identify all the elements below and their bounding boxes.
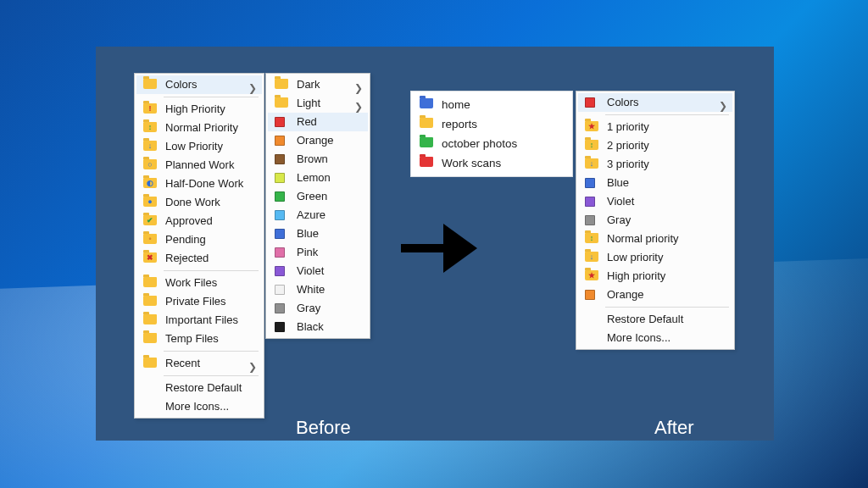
- before.main-item[interactable]: ↓Low Priority: [136, 137, 262, 156]
- folder-list-item[interactable]: Work scans: [413, 153, 570, 173]
- folder-icon: ★: [585, 270, 598, 280]
- menu-item-label: Work Files: [165, 276, 217, 289]
- before.main-item[interactable]: Colors❯: [136, 75, 262, 94]
- menu-item-label: 3 priority: [607, 158, 649, 170]
- folder-list-item[interactable]: october photos: [413, 134, 570, 153]
- before.main-item[interactable]: Restore Default: [136, 379, 262, 397]
- before.submenu-item[interactable]: Orange: [268, 131, 368, 150]
- folder-name-label: Work scans: [442, 157, 501, 169]
- before.submenu-item[interactable]: Black: [268, 318, 368, 336]
- before.submenu-item[interactable]: Brown: [268, 150, 368, 169]
- before.submenu-item[interactable]: Lemon: [268, 169, 368, 187]
- after.menu-item[interactable]: Orange: [578, 286, 732, 304]
- before.submenu-item[interactable]: Light❯: [268, 94, 368, 113]
- folder-mark-icon: ✔: [147, 217, 153, 224]
- folder-list-item[interactable]: home: [413, 95, 570, 114]
- folder-icon: [143, 333, 157, 343]
- folder-mark-icon: ↓: [147, 142, 153, 149]
- folder-icon: ✔: [143, 215, 157, 225]
- folder-icon: [420, 118, 433, 128]
- menu-item-label: Planned Work: [165, 158, 234, 171]
- before.submenu-item[interactable]: Green: [268, 187, 368, 206]
- before.submenu-item[interactable]: Pink: [268, 243, 368, 262]
- folder-mark-icon: ★: [588, 123, 595, 130]
- before.main-item[interactable]: ○Planned Work: [136, 156, 262, 175]
- before.submenu-item[interactable]: Azure: [268, 206, 368, 225]
- chevron-right-icon: ❯: [719, 97, 727, 115]
- color-swatch-icon: [275, 117, 285, 127]
- before.main-item[interactable]: Recent❯: [136, 354, 262, 373]
- menu-item-label: Private Files: [165, 295, 226, 308]
- folder-mark-icon: ↕: [147, 124, 153, 130]
- before.main-item[interactable]: !High Priority: [136, 100, 262, 119]
- menu-item-label: Gray: [607, 214, 631, 226]
- before.submenu-item[interactable]: White: [268, 280, 368, 299]
- menu-item-label: Gray: [297, 302, 320, 314]
- after.menu-item[interactable]: Blue: [578, 174, 732, 192]
- color-swatch-icon: [585, 215, 595, 225]
- after-folder-list: homereportsoctober photosWork scans: [410, 91, 573, 177]
- after.menu-item[interactable]: Restore Default: [578, 310, 732, 329]
- after.menu-item[interactable]: ↓3 priority: [578, 155, 732, 174]
- before.main-item[interactable]: ✔Approved: [136, 212, 262, 230]
- menu-item-label: Lemon: [297, 171, 331, 184]
- after.menu-item[interactable]: Colors❯: [578, 93, 732, 112]
- color-swatch-icon: [275, 285, 285, 295]
- folder-icon: !: [143, 103, 157, 114]
- menu-item-label: Rejected: [165, 252, 209, 264]
- before.main-item[interactable]: ↕Normal Priority: [136, 119, 262, 137]
- menu-item-label: Blue: [607, 176, 629, 189]
- chevron-right-icon: ❯: [248, 358, 257, 376]
- before.submenu-item[interactable]: Blue: [268, 225, 368, 243]
- before.main-item[interactable]: Private Files: [136, 292, 262, 311]
- after.menu-item[interactable]: ★High priority: [578, 267, 732, 286]
- before.main-item[interactable]: ✖Rejected: [136, 249, 262, 268]
- folder-mark-icon: ✖: [147, 254, 153, 261]
- after.menu-item[interactable]: ↓Low priority: [578, 248, 732, 267]
- before-label: Before: [296, 417, 351, 439]
- before.main-item[interactable]: More Icons...: [136, 397, 262, 416]
- after.menu-item[interactable]: Violet: [578, 192, 732, 211]
- before.main-item[interactable]: Important Files: [136, 311, 262, 330]
- menu-item-label: Brown: [297, 152, 328, 165]
- after.menu-item[interactable]: ★1 priority: [578, 118, 732, 136]
- color-swatch-icon: [585, 197, 595, 207]
- color-swatch-icon: [275, 154, 285, 164]
- before.submenu-item[interactable]: Dark❯: [268, 75, 368, 94]
- menu-item-label: Restore Default: [165, 381, 242, 394]
- folder-mark-icon: ↕: [588, 141, 595, 148]
- menu-item-label: Azure: [297, 208, 326, 221]
- before.main-item[interactable]: •Pending: [136, 230, 262, 249]
- folder-icon: [275, 97, 288, 108]
- before.main-item[interactable]: Work Files: [136, 274, 262, 292]
- before.submenu-item[interactable]: Red: [268, 113, 368, 131]
- folder-mark-icon: ↓: [588, 160, 595, 167]
- color-swatch-icon: [585, 178, 595, 188]
- menu-item-label: Approved: [165, 214, 213, 227]
- menu-item-label: Pink: [297, 246, 318, 258]
- folder-icon: [143, 358, 157, 368]
- after.menu-item[interactable]: ↕2 priority: [578, 136, 732, 155]
- after.menu-item[interactable]: More Icons...: [578, 329, 732, 347]
- before.submenu-item[interactable]: Gray: [268, 299, 368, 318]
- after.menu-item[interactable]: Gray: [578, 211, 732, 230]
- menu-item-label: Green: [297, 190, 327, 202]
- menu-item-label: White: [297, 283, 325, 296]
- folder-icon: [143, 277, 157, 287]
- folder-list-item[interactable]: reports: [413, 114, 570, 134]
- menu-item-label: Colors: [165, 78, 198, 91]
- after.menu-item[interactable]: ↕Normal priority: [578, 230, 732, 248]
- before.submenu-item[interactable]: Violet: [268, 262, 368, 280]
- folder-mark-icon: ○: [147, 161, 153, 168]
- folder-icon: ○: [143, 159, 157, 169]
- folder-icon: ★: [585, 121, 598, 131]
- color-swatch-icon: [585, 97, 595, 108]
- before.main-item[interactable]: ●Done Work: [136, 193, 262, 212]
- folder-mark-icon: ↕: [588, 235, 595, 241]
- color-swatch-icon: [275, 247, 285, 258]
- before.main-item[interactable]: Temp Files: [136, 330, 262, 348]
- before.main-item[interactable]: ◐Half-Done Work: [136, 175, 262, 193]
- folder-mark-icon: ↓: [588, 253, 595, 260]
- menu-item-label: More Icons...: [607, 331, 670, 344]
- menu-item-label: Temp Files: [165, 332, 219, 345]
